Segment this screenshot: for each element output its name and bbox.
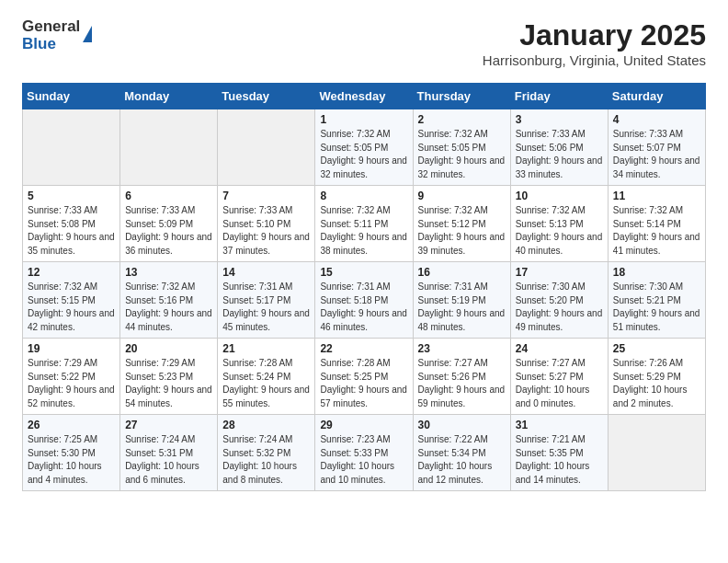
day-cell: 8Sunrise: 7:32 AM Sunset: 5:11 PM Daylig… (315, 186, 413, 262)
day-info: Sunrise: 7:29 AM Sunset: 5:23 PM Dayligh… (125, 357, 212, 410)
day-cell: 10Sunrise: 7:32 AM Sunset: 5:13 PM Dayli… (510, 186, 608, 262)
day-cell: 2Sunrise: 7:32 AM Sunset: 5:05 PM Daylig… (413, 109, 510, 186)
day-cell: 9Sunrise: 7:32 AM Sunset: 5:12 PM Daylig… (413, 186, 510, 262)
day-number: 6 (125, 190, 212, 202)
day-number: 25 (613, 342, 700, 355)
week-row-5: 26Sunrise: 7:25 AM Sunset: 5:30 PM Dayli… (23, 415, 706, 491)
day-cell: 17Sunrise: 7:30 AM Sunset: 5:20 PM Dayli… (510, 262, 608, 339)
day-info: Sunrise: 7:32 AM Sunset: 5:16 PM Dayligh… (125, 281, 212, 334)
day-cell: 22Sunrise: 7:28 AM Sunset: 5:25 PM Dayli… (315, 339, 413, 415)
title-block: January 2025 Harrisonburg, Virginia, Uni… (483, 18, 706, 68)
weekday-header-sunday: Sunday (23, 84, 120, 109)
weekday-header-monday: Monday (120, 84, 218, 109)
weekday-header-friday: Friday (510, 84, 608, 109)
day-number: 29 (320, 419, 407, 431)
day-info: Sunrise: 7:27 AM Sunset: 5:27 PM Dayligh… (516, 357, 603, 410)
location: Harrisonburg, Virginia, United States (483, 52, 706, 68)
weekday-header-saturday: Saturday (608, 84, 705, 109)
day-info: Sunrise: 7:27 AM Sunset: 5:26 PM Dayligh… (418, 357, 506, 410)
day-info: Sunrise: 7:25 AM Sunset: 5:30 PM Dayligh… (28, 433, 115, 487)
day-number: 9 (418, 190, 506, 202)
day-info: Sunrise: 7:31 AM Sunset: 5:19 PM Dayligh… (418, 281, 506, 334)
day-cell: 1Sunrise: 7:32 AM Sunset: 5:05 PM Daylig… (315, 109, 413, 186)
week-row-2: 5Sunrise: 7:33 AM Sunset: 5:08 PM Daylig… (23, 186, 706, 262)
weekday-header-thursday: Thursday (413, 84, 510, 109)
day-number: 27 (125, 419, 212, 431)
day-number: 28 (222, 419, 310, 431)
day-number: 11 (613, 190, 700, 202)
day-number: 8 (320, 190, 407, 202)
day-cell: 4Sunrise: 7:33 AM Sunset: 5:07 PM Daylig… (608, 109, 705, 186)
day-number: 3 (516, 113, 603, 126)
day-info: Sunrise: 7:32 AM Sunset: 5:12 PM Dayligh… (418, 204, 506, 258)
day-info: Sunrise: 7:28 AM Sunset: 5:25 PM Dayligh… (320, 357, 407, 410)
day-cell: 19Sunrise: 7:29 AM Sunset: 5:22 PM Dayli… (23, 339, 120, 415)
month-title: January 2025 (483, 18, 706, 52)
weekday-header-row: SundayMondayTuesdayWednesdayThursdayFrid… (23, 84, 706, 109)
day-info: Sunrise: 7:26 AM Sunset: 5:29 PM Dayligh… (613, 357, 700, 410)
day-info: Sunrise: 7:29 AM Sunset: 5:22 PM Dayligh… (28, 357, 115, 410)
week-row-4: 19Sunrise: 7:29 AM Sunset: 5:22 PM Dayli… (23, 339, 706, 415)
day-cell (23, 109, 120, 186)
day-number: 7 (222, 190, 310, 202)
day-cell: 5Sunrise: 7:33 AM Sunset: 5:08 PM Daylig… (23, 186, 120, 262)
day-info: Sunrise: 7:32 AM Sunset: 5:05 PM Dayligh… (418, 128, 506, 181)
day-number: 20 (125, 342, 212, 355)
day-number: 2 (418, 113, 506, 126)
week-row-1: 1Sunrise: 7:32 AM Sunset: 5:05 PM Daylig… (23, 109, 706, 186)
logo: General Blue (22, 18, 92, 52)
week-row-3: 12Sunrise: 7:32 AM Sunset: 5:15 PM Dayli… (23, 262, 706, 339)
day-cell: 20Sunrise: 7:29 AM Sunset: 5:23 PM Dayli… (120, 339, 218, 415)
day-number: 4 (613, 113, 700, 126)
day-number: 21 (222, 342, 310, 355)
day-info: Sunrise: 7:32 AM Sunset: 5:15 PM Dayligh… (28, 281, 115, 334)
day-info: Sunrise: 7:33 AM Sunset: 5:09 PM Dayligh… (125, 204, 212, 258)
day-number: 15 (320, 266, 407, 279)
day-cell: 23Sunrise: 7:27 AM Sunset: 5:26 PM Dayli… (413, 339, 510, 415)
day-info: Sunrise: 7:31 AM Sunset: 5:18 PM Dayligh… (320, 281, 407, 334)
day-number: 18 (613, 266, 700, 279)
day-info: Sunrise: 7:22 AM Sunset: 5:34 PM Dayligh… (418, 433, 506, 487)
day-number: 5 (28, 190, 115, 202)
day-cell: 24Sunrise: 7:27 AM Sunset: 5:27 PM Dayli… (510, 339, 608, 415)
day-cell: 11Sunrise: 7:32 AM Sunset: 5:14 PM Dayli… (608, 186, 705, 262)
day-cell: 7Sunrise: 7:33 AM Sunset: 5:10 PM Daylig… (218, 186, 315, 262)
day-info: Sunrise: 7:33 AM Sunset: 5:07 PM Dayligh… (613, 128, 700, 181)
day-info: Sunrise: 7:32 AM Sunset: 5:05 PM Dayligh… (320, 128, 407, 181)
weekday-header-tuesday: Tuesday (218, 84, 315, 109)
day-number: 26 (28, 419, 115, 431)
logo-blue: Blue (22, 36, 80, 53)
day-info: Sunrise: 7:23 AM Sunset: 5:33 PM Dayligh… (320, 433, 407, 487)
day-info: Sunrise: 7:28 AM Sunset: 5:24 PM Dayligh… (222, 357, 310, 410)
day-cell: 21Sunrise: 7:28 AM Sunset: 5:24 PM Dayli… (218, 339, 315, 415)
day-cell (218, 109, 315, 186)
day-cell: 18Sunrise: 7:30 AM Sunset: 5:21 PM Dayli… (608, 262, 705, 339)
day-cell: 29Sunrise: 7:23 AM Sunset: 5:33 PM Dayli… (315, 415, 413, 491)
day-number: 14 (222, 266, 310, 279)
day-number: 16 (418, 266, 506, 279)
day-info: Sunrise: 7:21 AM Sunset: 5:35 PM Dayligh… (516, 433, 603, 487)
day-info: Sunrise: 7:33 AM Sunset: 5:06 PM Dayligh… (516, 128, 603, 181)
logo-triangle-icon (83, 26, 92, 42)
day-info: Sunrise: 7:33 AM Sunset: 5:08 PM Dayligh… (28, 204, 115, 258)
day-info: Sunrise: 7:30 AM Sunset: 5:21 PM Dayligh… (613, 281, 700, 334)
day-number: 17 (516, 266, 603, 279)
day-cell: 3Sunrise: 7:33 AM Sunset: 5:06 PM Daylig… (510, 109, 608, 186)
day-cell: 26Sunrise: 7:25 AM Sunset: 5:30 PM Dayli… (23, 415, 120, 491)
day-number: 13 (125, 266, 212, 279)
calendar-table: SundayMondayTuesdayWednesdayThursdayFrid… (22, 83, 706, 491)
day-number: 23 (418, 342, 506, 355)
day-cell: 6Sunrise: 7:33 AM Sunset: 5:09 PM Daylig… (120, 186, 218, 262)
day-info: Sunrise: 7:33 AM Sunset: 5:10 PM Dayligh… (222, 204, 310, 258)
day-info: Sunrise: 7:32 AM Sunset: 5:11 PM Dayligh… (320, 204, 407, 258)
day-number: 22 (320, 342, 407, 355)
logo-general: General (22, 18, 80, 36)
day-cell: 13Sunrise: 7:32 AM Sunset: 5:16 PM Dayli… (120, 262, 218, 339)
day-number: 1 (320, 113, 407, 126)
day-info: Sunrise: 7:32 AM Sunset: 5:14 PM Dayligh… (613, 204, 700, 258)
day-cell (120, 109, 218, 186)
day-number: 30 (418, 419, 506, 431)
day-number: 10 (516, 190, 603, 202)
day-cell: 28Sunrise: 7:24 AM Sunset: 5:32 PM Dayli… (218, 415, 315, 491)
day-info: Sunrise: 7:30 AM Sunset: 5:20 PM Dayligh… (516, 281, 603, 334)
